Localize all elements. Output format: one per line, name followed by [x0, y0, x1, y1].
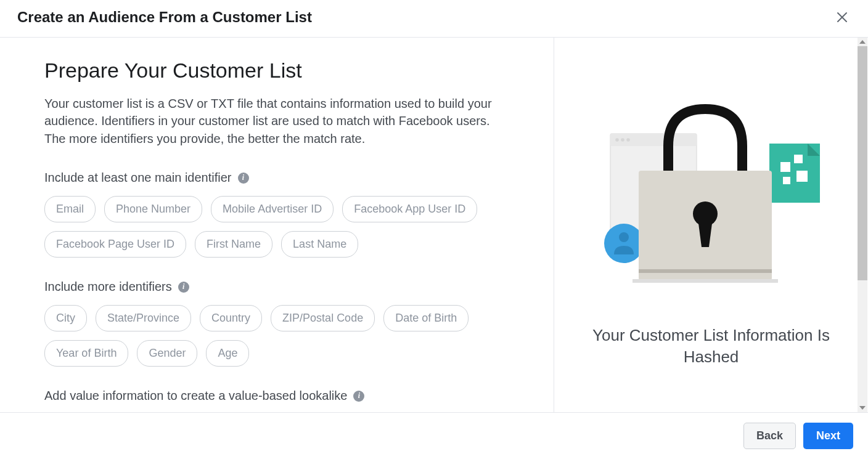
chip-email[interactable]: Email: [44, 196, 96, 222]
dialog-header: Create an Audience From a Customer List: [0, 0, 868, 38]
section-label-text: Add value information to create a value-…: [44, 389, 347, 403]
info-icon[interactable]: i: [178, 282, 189, 293]
hashed-illustration: [600, 93, 822, 290]
svg-rect-12: [783, 177, 790, 184]
svg-point-6: [626, 138, 630, 142]
svg-rect-9: [780, 162, 790, 172]
info-icon[interactable]: i: [238, 173, 249, 184]
more-identifiers-chips: City State/Province Country ZIP/Postal C…: [44, 305, 509, 367]
dialog-footer: Back Next: [0, 412, 868, 459]
dialog-body: Prepare Your Customer List Your customer…: [0, 38, 868, 412]
scroll-down-arrow-icon[interactable]: [859, 406, 866, 410]
svg-rect-16: [639, 269, 772, 273]
scrollbar[interactable]: [858, 38, 867, 412]
svg-point-14: [619, 232, 629, 242]
next-button[interactable]: Next: [803, 423, 853, 449]
description-text: Your customer list is a CSV or TXT file …: [44, 95, 509, 147]
svg-point-4: [615, 138, 619, 142]
scroll-thumb[interactable]: [858, 46, 867, 280]
lock-illustration-svg: [600, 93, 822, 290]
chip-first-name[interactable]: First Name: [195, 231, 272, 258]
svg-rect-11: [796, 171, 808, 182]
close-icon: [836, 11, 848, 23]
section-label-text: Include at least one main identifier: [44, 171, 232, 185]
close-button[interactable]: [833, 9, 851, 26]
chip-facebook-app-user-id[interactable]: Facebook App User ID: [342, 196, 477, 222]
dialog-title: Create an Audience From a Customer List: [17, 9, 312, 26]
chip-gender[interactable]: Gender: [137, 340, 197, 367]
value-info-label: Add value information to create a value-…: [44, 389, 509, 403]
right-panel-heading: Your Customer List Information Is Hashed: [582, 325, 841, 368]
chip-year-of-birth[interactable]: Year of Birth: [44, 340, 128, 367]
svg-point-5: [621, 138, 624, 142]
section-label-text: Include more identifiers: [44, 280, 172, 294]
chip-state-province[interactable]: State/Province: [96, 305, 191, 331]
svg-rect-17: [633, 279, 778, 283]
create-audience-dialog: Create an Audience From a Customer List …: [0, 0, 868, 459]
page-title: Prepare Your Customer List: [44, 59, 509, 83]
chip-country[interactable]: Country: [200, 305, 262, 331]
chip-facebook-page-user-id[interactable]: Facebook Page User ID: [44, 231, 186, 258]
scroll-up-arrow-icon[interactable]: [859, 40, 866, 44]
chip-phone-number[interactable]: Phone Number: [104, 196, 202, 222]
main-identifiers-label: Include at least one main identifier i: [44, 171, 509, 185]
chip-age[interactable]: Age: [206, 340, 249, 367]
svg-point-13: [604, 224, 644, 263]
svg-rect-10: [794, 155, 803, 163]
chip-zip-postal-code[interactable]: ZIP/Postal Code: [271, 305, 375, 331]
chip-city[interactable]: City: [44, 305, 87, 331]
chip-last-name[interactable]: Last Name: [281, 231, 358, 258]
chip-mobile-advertiser-id[interactable]: Mobile Advertiser ID: [211, 196, 334, 222]
info-icon[interactable]: i: [353, 391, 364, 402]
main-identifiers-chips: Email Phone Number Mobile Advertiser ID …: [44, 196, 509, 258]
chip-date-of-birth[interactable]: Date of Birth: [383, 305, 469, 331]
right-panel: Your Customer List Information Is Hashed: [554, 38, 868, 412]
more-identifiers-label: Include more identifiers i: [44, 280, 509, 294]
left-panel: Prepare Your Customer List Your customer…: [0, 38, 554, 412]
back-button[interactable]: Back: [743, 423, 796, 449]
